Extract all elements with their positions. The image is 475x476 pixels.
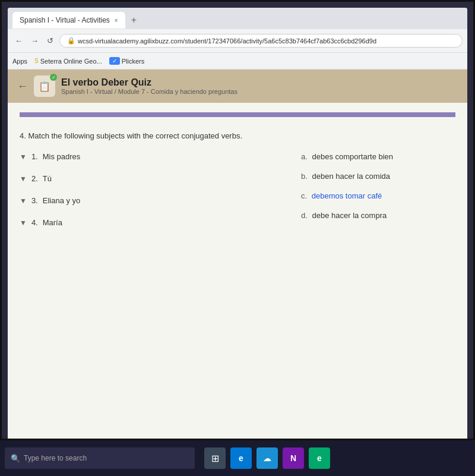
subject-item-2: ▼ 2. Tú [20, 174, 289, 183]
quiz-back-button[interactable]: ← [17, 80, 28, 93]
quiz-title: El verbo Deber Quiz [61, 77, 238, 88]
quiz-title-area: El verbo Deber Quiz Spanish I - Virtual … [61, 77, 238, 95]
subject-item-1: ▼ 1. Mis padres [20, 152, 289, 161]
search-placeholder: Type here to search [24, 454, 87, 462]
answer-item-a: a. debes comportarte bien [301, 152, 455, 161]
answer-text-a: debes comportarte bien [312, 152, 393, 161]
answer-item-c: c. debemos tomar café [301, 191, 455, 200]
dropdown-arrow-1[interactable]: ▼ [20, 153, 27, 161]
answer-text-d: debe hacer la compra [312, 211, 387, 220]
check-badge: ✓ [50, 74, 57, 81]
taskbar-onenote-icon[interactable]: N [283, 447, 304, 469]
tab-label: Spanish I - Virtual - Activities [20, 16, 110, 24]
subjects-column: ▼ 1. Mis padres ▼ 2. Tú ▼ 3. Eliana [20, 152, 289, 240]
subject-item-3: ▼ 3. Eliana y yo [20, 196, 289, 205]
cloud-icon-symbol: ☁ [263, 453, 271, 463]
bookmark-plickers[interactable]: ✓ Plickers [109, 57, 145, 65]
tab-close-button[interactable]: × [115, 17, 118, 24]
taskbar-cloud-icon[interactable]: ☁ [256, 447, 278, 469]
answer-text-b: deben hacer la comida [312, 172, 390, 181]
answer-item-d: d. debe hacer la compra [301, 211, 455, 220]
question-instruction: 4. Match the following subjects with the… [20, 131, 455, 140]
new-tab-button[interactable]: + [128, 14, 140, 27]
seterra-label: Seterra Online Geo... [40, 58, 102, 65]
seterra-icon: S [34, 58, 39, 64]
dropdown-arrow-4[interactable]: ▼ [20, 219, 27, 227]
address-bar[interactable]: 🔒 wcsd-virtualacademy.agilixbuzz.com/stu… [59, 34, 463, 48]
forward-button[interactable]: → [28, 35, 41, 46]
nav-bar: ← → ↺ 🔒 wcsd-virtualacademy.agilixbuzz.c… [8, 29, 467, 53]
back-button[interactable]: ← [12, 35, 25, 46]
bookmarks-bar: Apps S Seterra Online Geo... ✓ Plickers [8, 53, 467, 70]
url-text: wcsd-virtualacademy.agilixbuzz.com/stude… [78, 37, 376, 45]
quiz-icon-symbol: 📋 [39, 81, 50, 92]
dropdown-arrow-2[interactable]: ▼ [20, 175, 27, 183]
bookmark-seterra[interactable]: S Seterra Online Geo... [34, 58, 102, 65]
apps-label: Apps [12, 58, 27, 65]
quiz-icon: 📋 ✓ [34, 75, 55, 97]
answer-letter-c: c. [301, 191, 307, 200]
subject-num-2: 2. [31, 174, 38, 183]
answer-text-c: debemos tomar café [312, 191, 382, 200]
subject-num-3: 3. [31, 196, 38, 205]
answers-column: a. debes comportarte bien b. deben hacer… [301, 152, 455, 240]
dropdown-arrow-3[interactable]: ▼ [20, 197, 27, 205]
lock-icon: 🔒 [67, 37, 75, 45]
subject-text-3: Eliana y yo [43, 196, 81, 205]
subject-item-4: ▼ 4. María [20, 218, 289, 227]
answer-item-b: b. deben hacer la comida [301, 172, 455, 181]
subject-num-1: 1. [31, 152, 38, 161]
taskbar-edge2-icon[interactable]: e [309, 447, 330, 469]
tab-bar: Spanish I - Virtual - Activities × + [8, 8, 467, 29]
answer-letter-a: a. [301, 152, 308, 161]
matching-container: ▼ 1. Mis padres ▼ 2. Tú ▼ 3. Eliana [20, 152, 455, 240]
question-number-bar [20, 112, 455, 117]
answer-letter-d: d. [301, 211, 308, 220]
subject-text-1: Mis padres [43, 152, 81, 161]
subject-text-2: Tú [43, 174, 52, 183]
subject-num-4: 4. [31, 218, 38, 227]
onenote-icon-symbol: N [290, 453, 296, 463]
subject-text-4: María [43, 218, 62, 227]
edge-icon-symbol: e [239, 453, 243, 463]
taskbar-files-icon[interactable]: ⊞ [204, 447, 226, 469]
edge2-icon-symbol: e [317, 453, 322, 463]
plickers-label: Plickers [122, 58, 145, 65]
answer-letter-b: b. [301, 172, 308, 181]
taskbar: 🔍 Type here to search ⊞ e ☁ N e [0, 440, 475, 476]
taskbar-edge-icon[interactable]: e [230, 447, 252, 469]
refresh-button[interactable]: ↺ [45, 35, 56, 46]
question-area: 4. Match the following subjects with the… [8, 103, 467, 250]
search-icon: 🔍 [11, 454, 20, 463]
active-tab[interactable]: Spanish I - Virtual - Activities × [12, 12, 125, 29]
page-content: ← 📋 ✓ El verbo Deber Quiz Spanish I - Vi… [8, 70, 467, 439]
bookmark-apps[interactable]: Apps [12, 58, 27, 65]
taskbar-icons: ⊞ e ☁ N e [204, 447, 330, 469]
plickers-badge: ✓ [109, 57, 120, 65]
search-bar[interactable]: 🔍 Type here to search [5, 447, 195, 469]
files-icon-symbol: ⊞ [211, 453, 219, 464]
quiz-breadcrumb: Spanish I - Virtual / Module 7 - Comida … [61, 88, 238, 95]
quiz-header: ← 📋 ✓ El verbo Deber Quiz Spanish I - Vi… [8, 70, 467, 103]
